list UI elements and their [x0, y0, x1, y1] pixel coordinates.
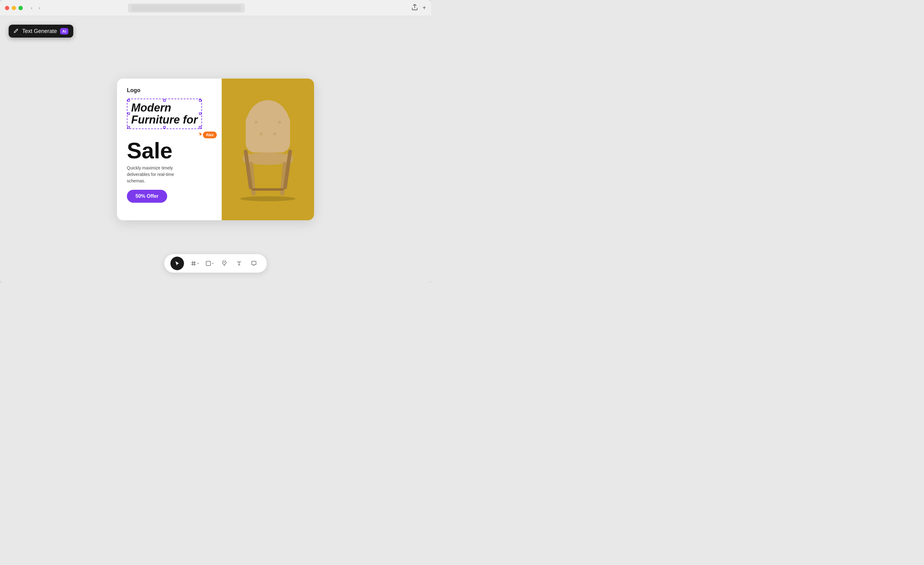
comment-tool[interactable]: [247, 257, 261, 270]
handle-top-right[interactable]: [199, 99, 201, 102]
nav-buttons: ‹ ›: [29, 4, 42, 12]
text-tool[interactable]: [232, 257, 246, 270]
svg-point-15: [224, 262, 225, 263]
select-tool[interactable]: [171, 257, 184, 270]
offer-button[interactable]: 50% Offer: [127, 190, 167, 203]
browser-toolbar-right: +: [412, 4, 426, 12]
canvas-left-panel: Logo Modern Furniture for: [117, 78, 222, 220]
svg-rect-7: [243, 154, 293, 163]
bottom-toolbar: ▾ ▾: [164, 254, 267, 273]
back-button[interactable]: ‹: [29, 4, 34, 12]
alex-cursor-label: Alex: [203, 132, 217, 138]
cursor-icon: [199, 132, 203, 137]
alex-cursor-wrapper: Alex: [199, 132, 217, 138]
canvas-right-panel: [222, 78, 314, 220]
handle-mid-left[interactable]: [128, 113, 130, 115]
url-input[interactable]: [132, 5, 241, 11]
sale-text: Sale: [127, 140, 212, 162]
design-canvas: Logo Modern Furniture for: [117, 78, 314, 220]
frame-tool[interactable]: ▾: [188, 257, 202, 270]
pen-tool-icon: [222, 261, 227, 266]
text-generate-label: Text Generate: [22, 28, 57, 35]
add-tab-icon[interactable]: +: [422, 4, 426, 11]
select-icon: [175, 261, 180, 266]
svg-point-13: [240, 196, 296, 201]
text-generate-badge[interactable]: Text Generate Ai: [9, 25, 73, 38]
shape-dropdown-icon: ▾: [212, 262, 214, 265]
handle-bottom-mid[interactable]: [163, 126, 166, 128]
svg-rect-12: [252, 188, 284, 191]
shape-tool[interactable]: ▾: [203, 257, 216, 270]
frame-icon: [190, 261, 196, 266]
canvas-logo: Logo: [127, 87, 212, 94]
frame-dropdown-icon: ▾: [197, 262, 199, 265]
handle-bottom-left[interactable]: [128, 126, 130, 128]
address-bar[interactable]: [128, 3, 245, 13]
minimize-button[interactable]: [12, 6, 16, 10]
pen-tool[interactable]: [218, 257, 231, 270]
maximize-button[interactable]: [18, 6, 23, 10]
selected-text-box[interactable]: Modern Furniture for: [127, 99, 202, 129]
svg-point-5: [273, 132, 276, 135]
description-text: Quickly maximize timely deliverables for…: [127, 165, 185, 184]
heading-text: Modern Furniture for: [131, 102, 198, 126]
handle-top-left[interactable]: [128, 99, 130, 102]
comment-tool-icon: [251, 261, 257, 266]
text-tool-icon: [237, 261, 242, 266]
forward-button[interactable]: ›: [37, 4, 42, 12]
svg-rect-14: [206, 261, 210, 266]
share-icon[interactable]: [412, 4, 417, 12]
handle-bottom-right[interactable]: [199, 126, 201, 128]
browser-window: ‹ › + Text Generate Ai: [0, 0, 431, 282]
content-area: Text Generate Ai Logo Modern Furniture f…: [0, 16, 431, 282]
svg-point-3: [278, 121, 281, 124]
close-button[interactable]: [5, 6, 9, 10]
svg-point-4: [260, 132, 262, 135]
shape-icon: [206, 261, 211, 266]
title-bar: ‹ › +: [0, 0, 431, 16]
svg-rect-1: [246, 113, 290, 152]
handle-top-mid[interactable]: [163, 99, 166, 102]
svg-point-2: [255, 121, 258, 124]
ai-badge: Ai: [60, 28, 68, 35]
traffic-lights: [5, 6, 23, 10]
chair-illustration: [228, 97, 308, 202]
pen-icon: [14, 28, 19, 35]
handle-mid-right[interactable]: [199, 113, 201, 115]
